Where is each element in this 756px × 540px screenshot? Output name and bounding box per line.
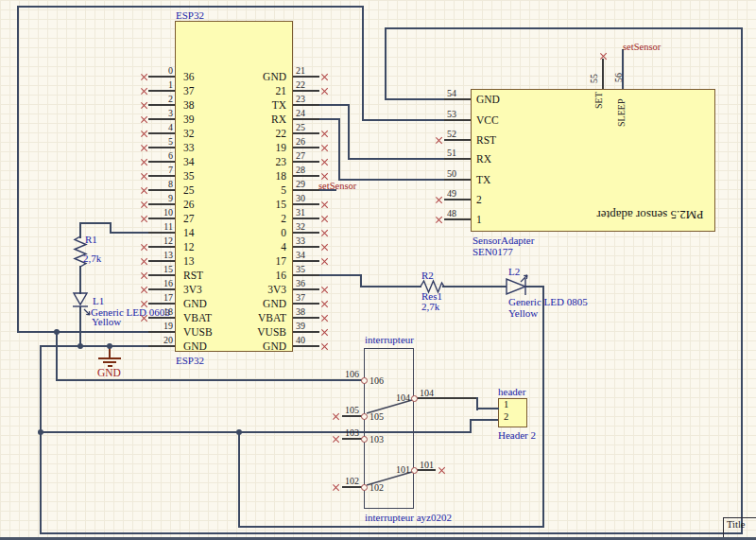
r2-value[interactable]: 2,7k: [421, 301, 439, 312]
wire-segment[interactable]: [348, 104, 350, 160]
esp32-designator[interactable]: ESP32: [176, 9, 204, 21]
pin-number: 35: [296, 264, 305, 274]
no-connect-icon: [320, 158, 329, 166]
l2-color[interactable]: Yellow: [508, 307, 538, 319]
pin-name: GND: [476, 94, 500, 105]
wire-segment[interactable]: [79, 266, 81, 294]
pin-name: 5: [220, 184, 286, 196]
wire-segment[interactable]: [525, 286, 544, 287]
pin-stub: [293, 274, 319, 276]
switch-title[interactable]: interrupteur: [365, 334, 414, 345]
pin-number: 30: [296, 193, 305, 203]
r1-value[interactable]: 2,7k: [83, 253, 101, 264]
wire-segment[interactable]: [741, 27, 743, 534]
sensor-designator[interactable]: SensorAdapter: [472, 235, 534, 246]
pin-name: 3V3: [183, 284, 202, 295]
pin-stub: [293, 331, 319, 333]
header-bottom-label[interactable]: Header 2: [498, 429, 536, 441]
wire-segment[interactable]: [40, 532, 743, 534]
wire-segment[interactable]: [362, 119, 446, 121]
wire-segment[interactable]: [542, 286, 544, 528]
led-l1-arrow-icon: [84, 309, 90, 315]
wire-segment[interactable]: [470, 419, 472, 433]
wire-segment[interactable]: [238, 431, 240, 528]
pin-stub: [148, 274, 175, 276]
wire-segment[interactable]: [17, 6, 363, 8]
switch-pin-label: 101: [383, 464, 410, 475]
l2-designator[interactable]: L2: [508, 266, 520, 277]
wire-segment[interactable]: [385, 27, 743, 29]
pin-name: GND: [220, 340, 286, 352]
no-connect-icon: [435, 136, 443, 145]
pin-name: RST: [183, 270, 203, 281]
wire-segment[interactable]: [79, 306, 81, 347]
pin-number: 39: [296, 321, 305, 331]
junction-dot: [54, 329, 60, 335]
pin-name: 12: [183, 241, 195, 253]
wire-segment[interactable]: [360, 286, 421, 287]
esp32-part-name[interactable]: ESP32: [176, 355, 204, 366]
pin-stub: [293, 218, 319, 219]
wire-segment[interactable]: [470, 419, 499, 421]
l1-designator[interactable]: L1: [93, 295, 104, 306]
l1-color[interactable]: Yellow: [92, 316, 121, 327]
wire-segment[interactable]: [476, 408, 499, 409]
pin-stub: [293, 76, 319, 78]
switch-bottom-label[interactable]: interrupteur ayz0202: [365, 512, 452, 523]
pin-name: RST: [476, 134, 496, 146]
schematic-canvas[interactable]: ESP32 ESP32 SensorAdapter SEN0177 PM2.5 …: [0, 0, 756, 540]
pin-stub: [148, 203, 175, 205]
no-connect-icon: [320, 342, 329, 351]
wire-segment[interactable]: [385, 27, 387, 100]
pin-number: 49: [447, 188, 456, 199]
pin-stub: [293, 118, 319, 120]
net-label-setsensor[interactable]: setSensor: [318, 181, 356, 191]
r2-designator[interactable]: R2: [421, 270, 434, 281]
wire-segment[interactable]: [362, 6, 364, 121]
no-connect-icon: [332, 412, 340, 421]
pin-name: 38: [183, 99, 195, 111]
pin-name: 34: [183, 156, 195, 167]
pin-stub: [148, 118, 175, 120]
wire-segment[interactable]: [622, 49, 624, 90]
wire-segment[interactable]: [17, 6, 19, 333]
no-connect-icon: [320, 215, 329, 223]
sensor-part-number[interactable]: SEN0177: [472, 246, 513, 257]
title-block-label[interactable]: Title: [727, 519, 745, 531]
switch-pin-label: 106: [369, 375, 384, 386]
pin-number: 40: [296, 335, 305, 345]
pin-name: TX: [220, 99, 286, 111]
pin-name: GND: [183, 298, 207, 309]
pin-stub: [148, 345, 175, 347]
pin-stub: [293, 147, 319, 148]
pin-stub: [148, 90, 175, 92]
pin-stub: [444, 98, 471, 100]
pin-number: 37: [296, 292, 305, 303]
pin-number: 25: [296, 122, 305, 132]
wire-segment[interactable]: [442, 286, 507, 287]
net-label-gnd[interactable]: GND: [97, 368, 121, 378]
wire-segment[interactable]: [348, 158, 446, 160]
pin-number: 26: [296, 136, 305, 147]
wire-segment[interactable]: [40, 345, 42, 534]
pin-name: 3V3: [220, 284, 286, 295]
wire-segment[interactable]: [56, 331, 58, 381]
r1-designator[interactable]: R1: [85, 234, 97, 245]
pin-name: 2: [220, 213, 286, 224]
wire-segment[interactable]: [338, 118, 340, 181]
gnd-symbol-bar: [103, 361, 116, 363]
net-label-setsensor[interactable]: setSensor: [623, 42, 661, 52]
pin-name: 16: [220, 270, 286, 281]
wire-segment[interactable]: [56, 379, 364, 381]
header-title[interactable]: header: [498, 386, 525, 397]
wire-segment[interactable]: [385, 98, 446, 100]
wire-segment[interactable]: [79, 222, 112, 224]
pin-number: 21: [296, 65, 305, 76]
pin-name: 25: [183, 184, 195, 196]
no-connect-icon: [320, 87, 329, 96]
header-body[interactable]: [498, 398, 527, 427]
wire-segment[interactable]: [238, 526, 544, 528]
l2-description[interactable]: Generic LED 0805: [508, 296, 588, 307]
wire-segment[interactable]: [79, 222, 81, 238]
pin-stub: [444, 218, 471, 220]
